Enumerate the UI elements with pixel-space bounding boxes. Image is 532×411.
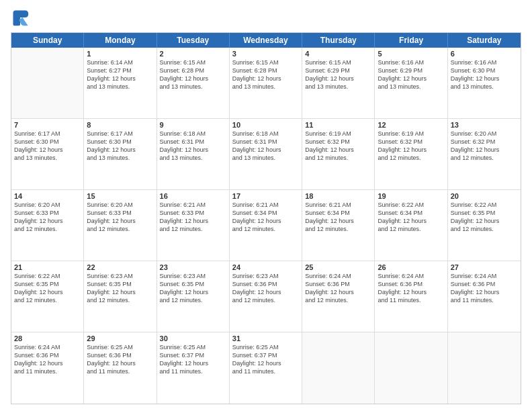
- table-row: 11Sunrise: 6:19 AM Sunset: 6:32 PM Dayli…: [302, 119, 375, 189]
- header-day-wednesday: Wednesday: [230, 33, 302, 48]
- table-row: 15Sunrise: 6:20 AM Sunset: 6:33 PM Dayli…: [84, 190, 157, 261]
- table-row: 3Sunrise: 6:15 AM Sunset: 6:28 PM Daylig…: [230, 48, 302, 118]
- day-info: Sunrise: 6:24 AM Sunset: 6:36 PM Dayligh…: [451, 272, 518, 305]
- table-row: 21Sunrise: 6:22 AM Sunset: 6:35 PM Dayli…: [11, 261, 84, 332]
- header-day-friday: Friday: [375, 33, 447, 48]
- page: SundayMondayTuesdayWednesdayThursdayFrid…: [0, 0, 532, 411]
- day-number: 8: [87, 121, 153, 129]
- table-row: 10Sunrise: 6:18 AM Sunset: 6:31 PM Dayli…: [230, 119, 302, 189]
- header-day-monday: Monday: [84, 33, 157, 48]
- day-info: Sunrise: 6:21 AM Sunset: 6:33 PM Dayligh…: [160, 201, 226, 234]
- table-row: 26Sunrise: 6:24 AM Sunset: 6:36 PM Dayli…: [375, 261, 447, 332]
- table-row: 18Sunrise: 6:21 AM Sunset: 6:34 PM Dayli…: [302, 190, 375, 261]
- header-day-saturday: Saturday: [448, 33, 521, 48]
- table-row: 30Sunrise: 6:25 AM Sunset: 6:37 PM Dayli…: [157, 332, 230, 404]
- day-info: Sunrise: 6:23 AM Sunset: 6:35 PM Dayligh…: [160, 272, 226, 305]
- day-number: 22: [87, 263, 153, 271]
- table-row: 1Sunrise: 6:14 AM Sunset: 6:27 PM Daylig…: [84, 48, 157, 118]
- day-number: 28: [14, 334, 81, 342]
- table-row: 8Sunrise: 6:17 AM Sunset: 6:30 PM Daylig…: [84, 119, 157, 189]
- calendar-header: SundayMondayTuesdayWednesdayThursdayFrid…: [11, 33, 521, 48]
- calendar-row-4: 28Sunrise: 6:24 AM Sunset: 6:36 PM Dayli…: [11, 332, 521, 404]
- table-row: 7Sunrise: 6:17 AM Sunset: 6:30 PM Daylig…: [11, 119, 84, 189]
- table-row: 17Sunrise: 6:21 AM Sunset: 6:34 PM Dayli…: [230, 190, 302, 261]
- calendar: SundayMondayTuesdayWednesdayThursdayFrid…: [11, 32, 521, 404]
- day-info: Sunrise: 6:18 AM Sunset: 6:31 PM Dayligh…: [232, 130, 299, 163]
- day-info: Sunrise: 6:25 AM Sunset: 6:37 PM Dayligh…: [160, 343, 226, 376]
- day-number: 25: [305, 263, 371, 271]
- logo: [11, 8, 32, 27]
- table-row: 4Sunrise: 6:15 AM Sunset: 6:29 PM Daylig…: [302, 48, 375, 118]
- logo-icon: [11, 8, 30, 27]
- calendar-row-1: 7Sunrise: 6:17 AM Sunset: 6:30 PM Daylig…: [11, 119, 521, 190]
- day-info: Sunrise: 6:20 AM Sunset: 6:32 PM Dayligh…: [451, 130, 518, 163]
- table-row: 27Sunrise: 6:24 AM Sunset: 6:36 PM Dayli…: [448, 261, 521, 332]
- day-info: Sunrise: 6:19 AM Sunset: 6:32 PM Dayligh…: [378, 130, 444, 163]
- day-info: Sunrise: 6:15 AM Sunset: 6:28 PM Dayligh…: [160, 58, 226, 91]
- day-info: Sunrise: 6:23 AM Sunset: 6:36 PM Dayligh…: [232, 272, 299, 305]
- day-number: 5: [378, 50, 444, 58]
- day-number: 27: [451, 263, 518, 271]
- day-info: Sunrise: 6:25 AM Sunset: 6:36 PM Dayligh…: [87, 343, 153, 376]
- table-row: [302, 332, 375, 404]
- day-info: Sunrise: 6:15 AM Sunset: 6:29 PM Dayligh…: [305, 58, 371, 91]
- day-number: 29: [87, 334, 153, 342]
- day-info: Sunrise: 6:22 AM Sunset: 6:34 PM Dayligh…: [378, 201, 444, 234]
- day-info: Sunrise: 6:19 AM Sunset: 6:32 PM Dayligh…: [305, 130, 371, 163]
- day-number: 12: [378, 121, 444, 129]
- day-number: 2: [160, 50, 226, 58]
- day-number: 1: [87, 50, 153, 58]
- calendar-row-2: 14Sunrise: 6:20 AM Sunset: 6:33 PM Dayli…: [11, 190, 521, 261]
- day-number: 11: [305, 121, 371, 129]
- table-row: 31Sunrise: 6:25 AM Sunset: 6:37 PM Dayli…: [230, 332, 302, 404]
- day-info: Sunrise: 6:15 AM Sunset: 6:28 PM Dayligh…: [232, 58, 299, 91]
- day-info: Sunrise: 6:24 AM Sunset: 6:36 PM Dayligh…: [14, 343, 81, 376]
- day-number: 17: [232, 192, 299, 200]
- day-number: 23: [160, 263, 226, 271]
- day-info: Sunrise: 6:16 AM Sunset: 6:29 PM Dayligh…: [378, 58, 444, 91]
- table-row: [11, 48, 84, 118]
- day-info: Sunrise: 6:21 AM Sunset: 6:34 PM Dayligh…: [305, 201, 371, 234]
- day-info: Sunrise: 6:20 AM Sunset: 6:33 PM Dayligh…: [14, 201, 81, 234]
- table-row: 13Sunrise: 6:20 AM Sunset: 6:32 PM Dayli…: [448, 119, 521, 189]
- day-info: Sunrise: 6:17 AM Sunset: 6:30 PM Dayligh…: [87, 130, 153, 163]
- table-row: 25Sunrise: 6:24 AM Sunset: 6:36 PM Dayli…: [302, 261, 375, 332]
- header-day-tuesday: Tuesday: [157, 33, 230, 48]
- day-number: 20: [451, 192, 518, 200]
- day-info: Sunrise: 6:23 AM Sunset: 6:35 PM Dayligh…: [87, 272, 153, 305]
- table-row: 19Sunrise: 6:22 AM Sunset: 6:34 PM Dayli…: [375, 190, 447, 261]
- day-number: 31: [232, 334, 299, 342]
- day-info: Sunrise: 6:18 AM Sunset: 6:31 PM Dayligh…: [160, 130, 226, 163]
- table-row: 5Sunrise: 6:16 AM Sunset: 6:29 PM Daylig…: [375, 48, 447, 118]
- table-row: 29Sunrise: 6:25 AM Sunset: 6:36 PM Dayli…: [84, 332, 157, 404]
- day-info: Sunrise: 6:17 AM Sunset: 6:30 PM Dayligh…: [14, 130, 81, 163]
- day-number: 10: [232, 121, 299, 129]
- day-number: 13: [451, 121, 518, 129]
- header-day-thursday: Thursday: [302, 33, 375, 48]
- day-number: 19: [378, 192, 444, 200]
- day-number: 24: [232, 263, 299, 271]
- day-number: 3: [232, 50, 299, 58]
- day-info: Sunrise: 6:21 AM Sunset: 6:34 PM Dayligh…: [232, 201, 299, 234]
- calendar-row-0: 1Sunrise: 6:14 AM Sunset: 6:27 PM Daylig…: [11, 48, 521, 119]
- table-row: 6Sunrise: 6:16 AM Sunset: 6:30 PM Daylig…: [448, 48, 521, 118]
- day-number: 4: [305, 50, 371, 58]
- table-row: 20Sunrise: 6:22 AM Sunset: 6:35 PM Dayli…: [448, 190, 521, 261]
- day-info: Sunrise: 6:24 AM Sunset: 6:36 PM Dayligh…: [305, 272, 371, 305]
- header: [11, 8, 521, 27]
- day-info: Sunrise: 6:22 AM Sunset: 6:35 PM Dayligh…: [14, 272, 81, 305]
- table-row: 2Sunrise: 6:15 AM Sunset: 6:28 PM Daylig…: [157, 48, 230, 118]
- day-info: Sunrise: 6:16 AM Sunset: 6:30 PM Dayligh…: [451, 58, 518, 91]
- table-row: 12Sunrise: 6:19 AM Sunset: 6:32 PM Dayli…: [375, 119, 447, 189]
- table-row: 24Sunrise: 6:23 AM Sunset: 6:36 PM Dayli…: [230, 261, 302, 332]
- table-row: 16Sunrise: 6:21 AM Sunset: 6:33 PM Dayli…: [157, 190, 230, 261]
- table-row: 28Sunrise: 6:24 AM Sunset: 6:36 PM Dayli…: [11, 332, 84, 404]
- calendar-row-3: 21Sunrise: 6:22 AM Sunset: 6:35 PM Dayli…: [11, 261, 521, 332]
- day-number: 18: [305, 192, 371, 200]
- day-number: 21: [14, 263, 81, 271]
- day-number: 30: [160, 334, 226, 342]
- table-row: 23Sunrise: 6:23 AM Sunset: 6:35 PM Dayli…: [157, 261, 230, 332]
- day-number: 9: [160, 121, 226, 129]
- table-row: 22Sunrise: 6:23 AM Sunset: 6:35 PM Dayli…: [84, 261, 157, 332]
- table-row: [375, 332, 447, 404]
